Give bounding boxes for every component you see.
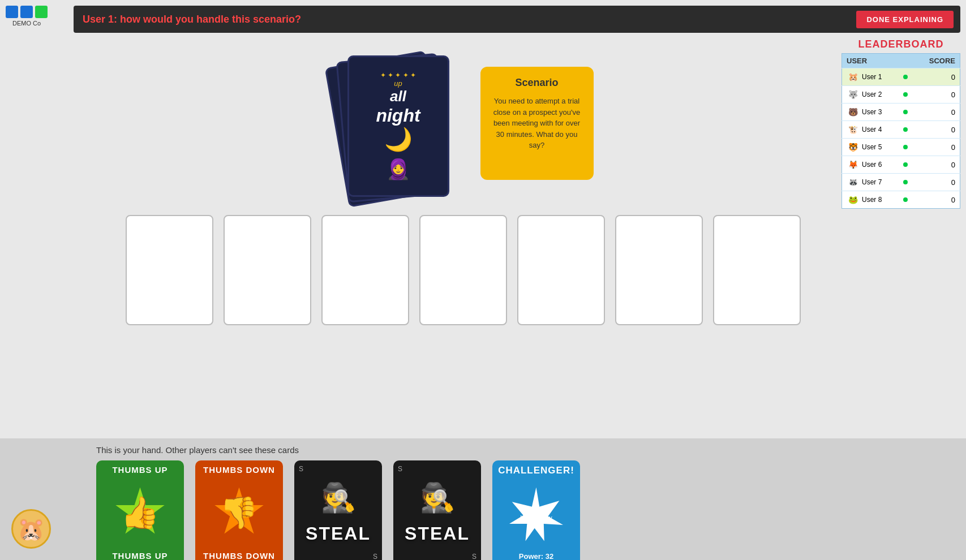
card-slot-3 — [321, 215, 409, 325]
lb-avatar-6: 🦝 — [847, 176, 859, 188]
lb-cell-score-0: 0 — [912, 68, 960, 86]
lb-dot-5 — [903, 162, 908, 167]
steal-text-2: STEAL — [405, 523, 470, 544]
hand-card-steal-1[interactable]: S 🕵️ STEAL S — [294, 460, 382, 560]
bottom-avatar: 🐹 — [11, 509, 51, 549]
hand-card-thumbsdown[interactable]: THUMBS DOWN 👎 THUMBS DOWN — [195, 460, 283, 560]
logo: DEMO Co — [6, 6, 48, 27]
thumbsup-icon: 👍 — [121, 497, 160, 528]
prompt-user: User 1: — [83, 14, 117, 25]
logo-square-3 — [35, 6, 48, 18]
hand-label: This is your hand. Other players can't s… — [11, 438, 955, 460]
scenario-box: Scenario You need to attempt a trial clo… — [480, 67, 594, 180]
thumbsdown-icon-container: 👎 — [214, 488, 265, 539]
leaderboard-row: 🐯 User 5 0 — [842, 139, 960, 156]
card-slot-7 — [713, 215, 801, 325]
steal-person-icon-1: 🕵️ — [321, 481, 356, 514]
hand-card-steal-2[interactable]: S 🕵️ STEAL S — [393, 460, 481, 560]
card-slot-4 — [419, 215, 507, 325]
prompt-text: how would you handle this scenario? — [117, 14, 301, 25]
lb-dot-1 — [903, 92, 908, 97]
leaderboard-table: USER SCORE 🐹 User 1 0 🐺 User 2 — [842, 53, 960, 209]
lb-name-4: User 5 — [862, 143, 900, 151]
steal-person-icon-2: 🕵️ — [420, 481, 455, 514]
leaderboard-col-score: SCORE — [912, 54, 960, 68]
card-stack: ✦ ✦ ✦ ✦ ✦ up all night 🌙 🧕 — [333, 55, 458, 214]
lb-avatar-0: 🐹 — [847, 71, 859, 83]
lb-avatar-7: 🐸 — [847, 193, 859, 206]
lb-name-1: User 2 — [862, 91, 900, 98]
lb-dot-6 — [903, 180, 908, 184]
lb-dot-3 — [903, 127, 908, 132]
steal-text-1: STEAL — [306, 523, 371, 544]
thumbsdown-icon: 👎 — [220, 497, 259, 528]
leaderboard-row: 🦝 User 7 0 — [842, 174, 960, 191]
lb-cell-score-4: 0 — [912, 139, 960, 156]
logo-square-1 — [6, 6, 18, 18]
lb-cell-user-4: 🐯 User 5 — [842, 139, 912, 156]
lb-cell-score-7: 0 — [912, 191, 960, 209]
logo-squares — [6, 6, 48, 18]
lb-avatar-5: 🦊 — [847, 158, 859, 171]
thumbsdown-label-bottom: THUMBS DOWN — [203, 551, 275, 560]
thumbsdown-label-top: THUMBS DOWN — [203, 465, 275, 475]
leaderboard-col-user: USER — [842, 54, 912, 68]
hand-area: This is your hand. Other players can't s… — [0, 438, 966, 560]
stacked-card-front: ✦ ✦ ✦ ✦ ✦ up all night 🌙 🧕 — [347, 55, 449, 197]
card-person-icon: 🧕 — [386, 158, 411, 181]
card-title-all: all — [390, 88, 406, 105]
leaderboard-row: 🐹 User 1 0 — [842, 68, 960, 86]
top-bar-prompt: User 1: how would you handle this scenar… — [83, 14, 301, 25]
logo-square-2 — [20, 6, 33, 18]
lb-avatar-1: 🐺 — [847, 88, 859, 101]
steal-s-bottom-2: S — [472, 553, 476, 560]
card-slot-1 — [126, 215, 213, 325]
lb-name-7: User 8 — [862, 196, 900, 204]
leaderboard-row: 🐮 User 4 0 — [842, 121, 960, 139]
card-slot-2 — [224, 215, 311, 325]
leaderboard: LEADERBOARD USER SCORE 🐹 User 1 0 🐺 — [842, 38, 960, 209]
hand-card-thumbsup[interactable]: THUMBS UP 👍 THUMBS UP — [96, 460, 184, 560]
top-bar: User 1: how would you handle this scenar… — [74, 6, 960, 33]
lb-dot-7 — [903, 197, 908, 202]
lb-cell-score-6: 0 — [912, 174, 960, 191]
card-title-night: night — [376, 105, 420, 126]
hand-card-challenger[interactable]: CHALLENGER! Wrong,Here's Why Power: 32 — [492, 460, 580, 560]
card-slot-6 — [615, 215, 703, 325]
lb-avatar-4: 🐯 — [847, 141, 859, 153]
scenario-title: Scenario — [490, 77, 585, 89]
lb-cell-user-5: 🦊 User 6 — [842, 156, 912, 174]
challenger-subtitle: Wrong,Here's Why — [520, 507, 552, 521]
challenger-icon-container: Wrong,Here's Why — [509, 488, 563, 541]
hand-cards: THUMBS UP 👍 THUMBS UP THUMBS DOWN 👎 THUM… — [11, 460, 955, 560]
steal-s-top-2: S — [398, 465, 402, 473]
scenario-text: You need to attempt a trial close on a p… — [490, 96, 585, 151]
lb-name-3: User 4 — [862, 126, 900, 133]
lb-dot-4 — [903, 145, 908, 149]
lb-avatar-2: 🐻 — [847, 106, 859, 118]
leaderboard-body: 🐹 User 1 0 🐺 User 2 0 🐻 User 3 — [842, 68, 960, 209]
bottom-avatar-emoji: 🐹 — [17, 516, 45, 542]
steal-s-bottom-1: S — [373, 553, 377, 560]
lb-name-6: User 7 — [862, 178, 900, 186]
lb-cell-user-6: 🦝 User 7 — [842, 174, 912, 191]
lb-cell-score-1: 0 — [912, 86, 960, 104]
challenger-power: Power: 32 — [519, 552, 553, 560]
lb-name-5: User 6 — [862, 161, 900, 169]
lb-cell-user-7: 🐸 User 8 — [842, 191, 912, 209]
logo-text: DEMO Co — [12, 20, 41, 27]
steal-s-top-1: S — [299, 465, 303, 473]
card-slots — [74, 215, 853, 325]
lb-cell-user-1: 🐺 User 2 — [842, 86, 912, 104]
leaderboard-title: LEADERBOARD — [842, 38, 960, 50]
leaderboard-row: 🐺 User 2 0 — [842, 86, 960, 104]
lb-cell-score-5: 0 — [912, 156, 960, 174]
thumbsup-label-bottom: THUMBS UP — [112, 551, 168, 560]
card-moon-icon: 🌙 — [384, 126, 413, 153]
lb-name-2: User 3 — [862, 108, 900, 116]
leaderboard-row: 🐻 User 3 0 — [842, 104, 960, 121]
lb-cell-score-3: 0 — [912, 121, 960, 139]
card-title-up: up — [394, 79, 402, 88]
done-explaining-button[interactable]: DONE EXPLAINING — [856, 11, 954, 28]
thumbsup-label-top: THUMBS UP — [112, 465, 168, 475]
